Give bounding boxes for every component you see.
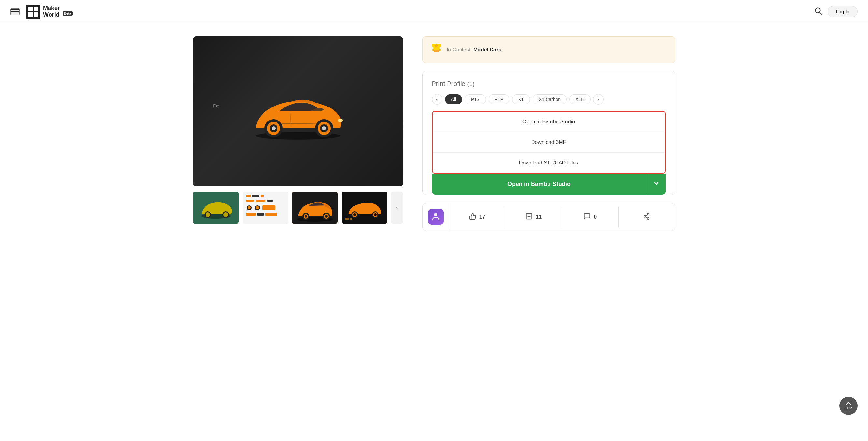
share-item[interactable] [619,207,675,227]
login-button[interactable]: Log In [828,6,858,17]
open-bambu-studio-option[interactable]: Open in Bambu Studio [433,112,665,132]
svg-rect-20 [252,195,259,197]
collect-item[interactable]: 11 [505,207,562,227]
tab-x1carbon[interactable]: X1 Carbon [532,94,567,104]
dropdown-menu: Open in Bambu Studio Download 3MF Downlo… [432,111,666,174]
svg-point-26 [248,206,251,210]
thumbnail-3[interactable] [292,191,338,224]
image-section: ☞ [193,36,403,231]
svg-point-6 [272,126,276,130]
like-icon [469,213,476,221]
hamburger-menu[interactable] [10,8,20,15]
tab-x1[interactable]: X1 [512,94,530,104]
svg-point-40 [325,215,328,218]
open-in-bambu-studio-button[interactable]: Open in Bambu Studio [432,174,647,195]
car-model-image [236,79,360,144]
collect-count: 11 [536,214,541,220]
svg-rect-49 [350,218,352,220]
comment-icon [583,213,590,221]
print-profile-title: Print Profile (1) [432,80,666,88]
download-stl-option[interactable]: Download STL/CAD Files [433,153,665,173]
avatar-item[interactable] [423,203,449,230]
svg-rect-48 [345,218,349,220]
print-profile-card: Print Profile (1) ‹ All P1S P1P X1 X1 Ca… [423,71,675,195]
user-avatar[interactable] [428,209,444,225]
svg-rect-30 [246,213,256,216]
logo-text: MakerWorld Beta [43,5,73,18]
svg-rect-21 [260,195,264,197]
main-image: ☞ [193,36,403,186]
like-count: 17 [479,214,485,220]
tab-next-button[interactable]: › [593,94,603,104]
svg-rect-51 [434,51,439,52]
header: MakerWorld Beta Log In [0,0,868,24]
header-left: MakerWorld Beta [10,5,73,19]
svg-line-61 [646,214,648,216]
search-button[interactable] [814,6,823,17]
thumbnail-row: › [193,191,403,224]
svg-rect-32 [266,213,277,216]
svg-point-11 [338,119,343,122]
svg-line-60 [646,217,648,218]
svg-rect-19 [246,195,251,197]
main-content: ☞ [174,24,695,244]
like-item[interactable]: 17 [449,207,506,227]
svg-rect-23 [256,200,266,201]
svg-point-10 [322,126,326,130]
open-button-row: Open in Bambu Studio [432,174,666,195]
svg-point-0 [815,8,820,13]
svg-rect-31 [257,213,264,216]
info-section: In Contest Model Cars Print Profile (1) … [423,36,675,231]
action-row: 17 11 0 [423,203,675,231]
collect-icon [525,213,532,221]
beta-badge: Beta [63,11,73,15]
comment-count: 0 [594,214,597,220]
svg-point-17 [223,212,228,217]
svg-rect-22 [246,200,254,201]
contest-name: Model Cars [473,47,501,53]
logo-icon [26,5,40,19]
main-image-inner: ☞ [193,36,403,186]
contest-banner[interactable]: In Contest Model Cars [423,36,675,63]
contest-icon [431,43,442,57]
tab-x1e[interactable]: X1E [569,94,590,104]
contest-text: In Contest Model Cars [447,47,502,53]
filter-tabs: ‹ All P1S P1P X1 X1 Carbon X1E › [432,94,666,104]
svg-point-15 [206,212,210,217]
logo[interactable]: MakerWorld Beta [26,5,73,19]
svg-line-1 [820,12,822,14]
share-icon [643,213,650,221]
header-right: Log In [814,6,858,17]
svg-point-28 [256,206,259,210]
tab-p1p[interactable]: P1P [489,94,509,104]
svg-point-37 [305,215,307,218]
tab-prev-button[interactable]: ‹ [432,94,442,104]
avatar-icon [431,211,440,222]
comment-item[interactable]: 0 [562,207,619,227]
svg-rect-24 [267,200,273,201]
svg-point-53 [434,213,437,216]
thumbnail-4[interactable] [342,191,387,224]
print-profile-count: (1) [467,81,474,87]
thumbnail-next-button[interactable]: › [391,191,403,224]
download-3mf-option[interactable]: Download 3MF [433,132,665,153]
svg-point-47 [374,213,376,216]
svg-rect-29 [262,205,275,211]
svg-point-44 [353,213,356,216]
tab-p1s[interactable]: P1S [465,94,486,104]
thumbnail-2[interactable] [243,191,288,224]
thumbnail-1[interactable] [193,191,239,224]
open-btn-dropdown-arrow[interactable] [647,174,666,195]
tab-all[interactable]: All [445,94,463,104]
cursor-indicator: ☞ [213,102,220,111]
